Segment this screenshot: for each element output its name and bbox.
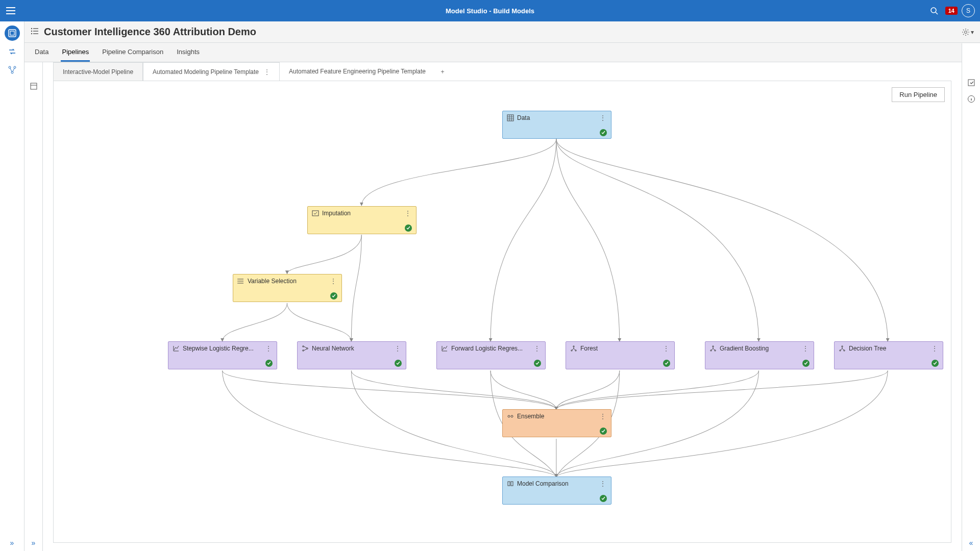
svg-rect-33	[511, 482, 513, 486]
svg-rect-2	[10, 31, 14, 35]
svg-point-22	[571, 350, 572, 351]
check-icon	[330, 292, 337, 299]
imputation-icon	[312, 210, 319, 217]
svg-point-19	[303, 350, 304, 352]
rail-nodes-icon[interactable]	[5, 62, 20, 78]
check-icon	[663, 360, 670, 367]
svg-point-16	[237, 281, 238, 282]
kebab-icon[interactable]: ⋮	[404, 210, 412, 217]
right-rail-info-icon[interactable]	[966, 93, 977, 105]
menu-icon[interactable]	[0, 0, 21, 21]
svg-point-0	[931, 8, 936, 13]
minirail-expand-icon[interactable]: »	[32, 539, 36, 547]
kebab-icon[interactable]: ⋮	[930, 345, 939, 352]
search-icon[interactable]	[927, 4, 941, 18]
svg-point-15	[237, 279, 238, 280]
right-rail-expand-icon[interactable]: «	[969, 539, 973, 547]
tab-pipeline-comparison[interactable]: Pipeline Comparison	[101, 48, 164, 62]
pipeline-tab-automated-modeling[interactable]: Automated Modeling Pipeline Template ⋮	[143, 62, 280, 81]
svg-rect-14	[312, 211, 318, 216]
right-rail-export-icon[interactable]	[966, 77, 977, 88]
kebab-icon[interactable]: ⋮	[599, 413, 607, 420]
pipeline-tab-label: Interactive-Model Pipeline	[63, 68, 133, 76]
pipeline-tab-label: Automated Modeling Pipeline Template	[153, 68, 259, 76]
svg-point-4	[14, 66, 16, 68]
check-icon	[405, 224, 412, 232]
left-minirail: »	[24, 62, 43, 551]
svg-point-24	[713, 346, 714, 347]
node-data[interactable]: Data ⋮	[502, 111, 611, 139]
rail-projects-icon[interactable]	[5, 26, 20, 41]
svg-point-29	[844, 350, 845, 351]
kebab-icon[interactable]: ⋮	[599, 114, 607, 121]
kebab-icon[interactable]: ⋮	[264, 345, 273, 352]
svg-point-10	[31, 33, 32, 34]
svg-rect-1	[9, 30, 16, 37]
node-label: Forward Logistic Regres...	[451, 345, 530, 352]
pipeline-tab-interactive[interactable]: Interactive-Model Pipeline	[53, 62, 143, 81]
svg-point-27	[842, 346, 843, 347]
node-decision-tree[interactable]: Decision Tree ⋮	[834, 341, 943, 369]
left-rail-expand-icon[interactable]: »	[10, 539, 14, 547]
node-label: Ensemble	[517, 413, 596, 420]
node-gradient-boosting[interactable]: Gradient Boosting ⋮	[705, 341, 814, 369]
svg-point-5	[11, 71, 13, 73]
check-icon	[600, 428, 607, 435]
gear-icon[interactable]: ▾	[962, 28, 974, 36]
tab-insights[interactable]: Insights	[176, 48, 201, 62]
node-variable-selection[interactable]: Variable Selection ⋮	[233, 274, 342, 302]
svg-rect-6	[968, 80, 974, 86]
app-title: Model Studio - Build Models	[446, 7, 534, 15]
run-pipeline-button[interactable]: Run Pipeline	[892, 87, 945, 102]
node-ensemble[interactable]: Ensemble ⋮	[502, 409, 611, 437]
left-rail: »	[0, 21, 24, 551]
list-check-icon	[237, 278, 244, 285]
node-label: Variable Selection	[248, 278, 326, 285]
check-icon	[600, 129, 607, 136]
table-icon	[507, 114, 514, 121]
minirail-panel-icon[interactable]	[28, 81, 39, 92]
kebab-icon[interactable]: ⋮	[801, 345, 810, 352]
svg-point-23	[575, 350, 576, 351]
pipeline-tabs: Interactive-Model Pipeline Automated Mod…	[53, 62, 962, 81]
tab-pipelines[interactable]: Pipelines	[61, 48, 90, 62]
kebab-icon[interactable]: ⋮	[329, 278, 337, 285]
pipeline-canvas[interactable]: Run Pipeline	[53, 81, 951, 543]
node-neural-network[interactable]: Neural Network ⋮	[297, 341, 406, 369]
check-icon	[265, 360, 273, 367]
pipeline-tab-automated-feature[interactable]: Automated Feature Engineering Pipeline T…	[280, 62, 435, 81]
node-label: Decision Tree	[849, 345, 927, 352]
svg-point-9	[31, 31, 32, 32]
list-icon[interactable]	[31, 28, 39, 36]
svg-point-21	[573, 346, 574, 347]
notification-badge[interactable]: 14	[945, 7, 958, 15]
node-forward-logistic[interactable]: Forward Logistic Regres... ⋮	[436, 341, 546, 369]
rail-exchange-icon[interactable]	[5, 44, 20, 59]
compare-icon	[507, 480, 514, 487]
user-avatar[interactable]: S	[962, 4, 975, 17]
svg-rect-13	[507, 115, 513, 121]
check-icon	[395, 360, 402, 367]
node-imputation[interactable]: Imputation ⋮	[307, 206, 416, 234]
kebab-icon[interactable]: ⋮	[394, 345, 402, 352]
svg-point-28	[840, 350, 841, 351]
svg-point-30	[508, 415, 510, 417]
kebab-icon[interactable]: ⋮	[599, 480, 607, 487]
svg-point-8	[31, 28, 32, 29]
ensemble-icon	[507, 413, 514, 420]
node-forest[interactable]: Forest ⋮	[566, 341, 675, 369]
kebab-icon[interactable]: ⋮	[662, 345, 670, 352]
svg-point-18	[303, 346, 304, 347]
node-model-comparison[interactable]: Model Comparison ⋮	[502, 477, 611, 505]
node-stepwise[interactable]: Stepwise Logistic Regre... ⋮	[168, 341, 277, 369]
tab-data[interactable]: Data	[34, 48, 50, 62]
tree-icon	[570, 345, 577, 352]
node-label: Model Comparison	[517, 480, 596, 487]
svg-point-25	[710, 350, 712, 351]
svg-rect-12	[31, 83, 37, 89]
add-pipeline-icon[interactable]: ＋	[435, 67, 450, 76]
check-icon	[534, 360, 541, 367]
svg-point-11	[965, 31, 967, 33]
kebab-icon[interactable]: ⋮	[533, 345, 541, 352]
kebab-icon[interactable]: ⋮	[264, 68, 270, 76]
